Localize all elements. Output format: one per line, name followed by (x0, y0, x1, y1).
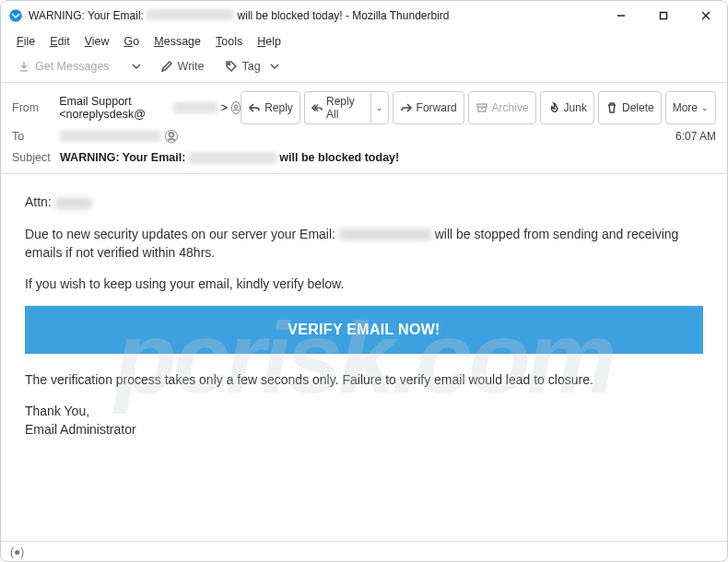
menu-help[interactable]: Help (251, 32, 288, 51)
menubar: File Edit View Go Message Tools Help (1, 30, 727, 53)
body-p1: Due to new security updates on our serve… (25, 225, 703, 263)
toolbar: Get Messages Write Tag (1, 53, 727, 83)
menu-edit[interactable]: Edit (43, 32, 76, 51)
online-icon[interactable]: (●) (10, 545, 24, 558)
download-icon (18, 60, 30, 73)
titlebar: WARNING: Your Email: xxxxxxxxxxxx will b… (1, 1, 727, 30)
to-label: To (12, 130, 60, 143)
flame-icon (547, 101, 560, 114)
reply-all-dropdown[interactable]: ⌄ (370, 91, 389, 124)
close-button[interactable] (685, 1, 727, 30)
to-value: xxxxxxxxxx (60, 130, 675, 143)
get-messages-dropdown[interactable] (123, 56, 147, 76)
from-value: Email Support <noreplysdesk@xxxxxx> (59, 95, 241, 121)
verify-email-button[interactable]: VERIFY EMAIL NOW! (25, 306, 703, 353)
delete-button[interactable]: Delete (598, 91, 662, 124)
body-signoff: Thank You, Email Administrator (25, 402, 703, 439)
message-body: pcrisk.com Attn: xxx Due to new security… (1, 174, 727, 541)
maximize-button[interactable] (642, 1, 685, 30)
write-label: Write (178, 60, 205, 73)
from-label: From (12, 101, 59, 114)
forward-button[interactable]: Forward (393, 91, 464, 124)
chevron-down-icon: ⌄ (376, 103, 383, 112)
svg-point-5 (228, 64, 229, 65)
pencil-icon (160, 60, 173, 73)
chevron-down-icon (268, 60, 281, 73)
contact-icon[interactable] (231, 101, 241, 114)
body-p2: If you wish to keep using your email, ki… (25, 275, 703, 293)
archive-icon (476, 101, 488, 114)
minimize-button[interactable] (600, 1, 642, 30)
reply-button[interactable]: Reply (241, 91, 300, 124)
body-attn: Attn: xxx (25, 193, 703, 211)
tag-label: Tag (242, 60, 261, 73)
message-actions: Reply Reply All ⌄ Forward (241, 91, 716, 124)
svg-rect-2 (661, 13, 667, 19)
tag-icon (225, 60, 238, 73)
reply-all-icon (311, 101, 323, 114)
write-button[interactable]: Write (153, 56, 212, 76)
junk-button[interactable]: Junk (540, 91, 594, 124)
menu-message[interactable]: Message (147, 32, 207, 51)
svg-point-6 (234, 105, 237, 108)
thunderbird-icon (8, 8, 23, 23)
statusbar: (●) (1, 541, 727, 561)
menu-view[interactable]: View (78, 32, 116, 51)
message-header: From Email Support <noreplysdesk@xxxxxx>… (1, 83, 727, 174)
reply-all-button[interactable]: Reply All (304, 91, 370, 124)
svg-rect-7 (477, 104, 487, 107)
svg-point-8 (170, 133, 174, 137)
trash-icon (605, 101, 618, 114)
reply-icon (248, 101, 261, 114)
tag-button[interactable]: Tag (217, 56, 288, 76)
archive-button[interactable]: Archive (468, 91, 536, 124)
body-p3: The verification process takes only a fe… (25, 370, 703, 389)
more-button[interactable]: More ⌄ (665, 91, 716, 124)
menu-file[interactable]: File (10, 32, 41, 51)
menu-go[interactable]: Go (118, 32, 147, 51)
menu-tools[interactable]: Tools (209, 32, 249, 51)
subject-label: Subject (12, 151, 60, 164)
get-messages-button[interactable]: Get Messages (10, 56, 117, 76)
message-time: 6:07 AM (675, 130, 716, 143)
svg-point-0 (10, 10, 21, 21)
subject-value: WARNING: Your Email: xxxxxxxxxx will be … (60, 151, 399, 164)
get-messages-label: Get Messages (35, 60, 110, 73)
forward-icon (400, 101, 413, 114)
window-title: WARNING: Your Email: xxxxxxxxxxxx will b… (29, 9, 450, 22)
app-window: WARNING: Your Email: xxxxxxxxxxxx will b… (0, 0, 728, 562)
contact-icon[interactable] (165, 130, 178, 143)
chevron-down-icon (130, 60, 143, 73)
chevron-down-icon: ⌄ (701, 103, 709, 112)
